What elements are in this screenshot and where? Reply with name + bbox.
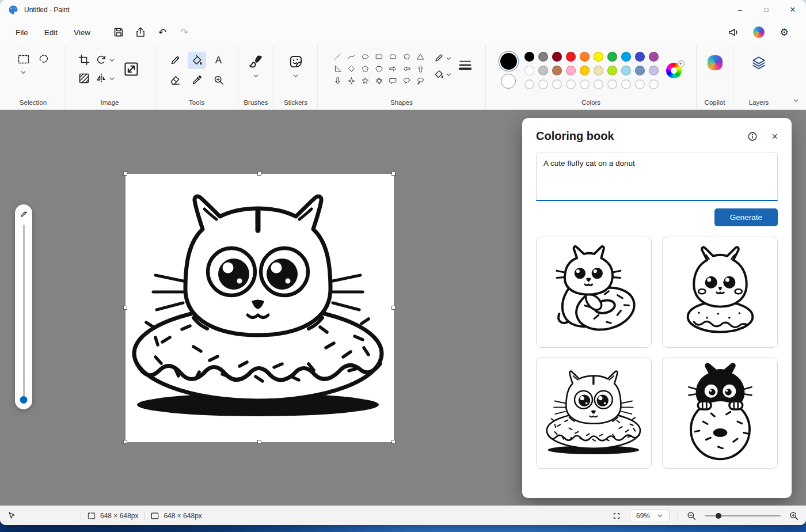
prompt-input[interactable]: A cute fluffy cat on a donut [536, 153, 778, 201]
selection-handle[interactable] [257, 172, 261, 176]
resize-button[interactable] [123, 61, 139, 77]
shape-hexagon-icon[interactable] [372, 63, 386, 75]
shape-four-point-star-icon[interactable] [345, 75, 359, 87]
custom-color-slot[interactable] [594, 79, 603, 89]
shape-line-icon[interactable] [331, 51, 345, 63]
selection-handle[interactable] [391, 172, 396, 176]
thumbnail-black-cat-behind-donut[interactable] [662, 358, 778, 469]
shape-pentagon-icon[interactable] [359, 63, 372, 75]
chevron-down-icon[interactable] [109, 75, 115, 82]
custom-color-slot[interactable] [635, 79, 645, 89]
selection-dropdown-chevron[interactable] [20, 69, 26, 75]
shape-curve-icon[interactable] [345, 51, 359, 63]
ribbon-collapse-button[interactable] [793, 97, 799, 104]
minimize-button[interactable]: – [727, 0, 753, 20]
selection-handle[interactable] [391, 306, 396, 310]
shape-triangle-icon[interactable] [414, 51, 428, 63]
custom-color-slot[interactable] [524, 79, 534, 89]
color-picker-tool-button[interactable] [188, 71, 206, 89]
background-color-swatch[interactable] [501, 74, 516, 89]
color-swatch[interactable] [538, 66, 548, 75]
color-swatch[interactable] [594, 52, 603, 62]
menu-file[interactable]: File [8, 24, 36, 41]
shape-thought-bubble-icon[interactable] [414, 75, 428, 87]
maximize-button[interactable]: □ [753, 0, 780, 20]
transparency-button[interactable] [78, 73, 90, 84]
layers-button[interactable] [751, 55, 766, 70]
shape-diamond-icon[interactable] [345, 63, 359, 75]
save-button[interactable] [108, 23, 129, 41]
color-swatch[interactable] [538, 52, 548, 62]
thumbnail-fluffy-cat-on-donut[interactable] [662, 237, 778, 348]
zoom-slider-thumb[interactable] [716, 513, 721, 519]
custom-color-slot[interactable] [607, 79, 617, 89]
panel-close-button[interactable]: × [771, 131, 778, 142]
menu-view[interactable]: View [66, 24, 98, 41]
selection-handle[interactable] [123, 172, 127, 176]
custom-color-slot[interactable] [621, 79, 631, 89]
color-swatch[interactable] [566, 52, 576, 62]
shape-thickness-button[interactable] [458, 58, 473, 73]
redo-button[interactable]: ↷ [174, 23, 195, 41]
custom-color-slot[interactable] [566, 79, 576, 89]
tool-size-slider-thumb[interactable] [20, 396, 28, 404]
color-swatch[interactable] [607, 66, 617, 75]
share-button[interactable] [130, 23, 151, 41]
flip-button[interactable] [96, 73, 107, 84]
shape-oval-callout-icon[interactable] [400, 75, 414, 87]
crop-button[interactable] [78, 54, 90, 66]
pencil-tool-button[interactable] [166, 52, 184, 69]
selection-handle[interactable] [123, 440, 127, 444]
zoom-in-button[interactable] [789, 511, 799, 521]
zoom-out-button[interactable] [686, 511, 697, 521]
free-form-select-button[interactable] [38, 53, 50, 64]
shape-five-point-star-icon[interactable] [359, 75, 372, 87]
shape-outline-button[interactable] [434, 53, 444, 63]
close-button[interactable]: × [780, 0, 806, 20]
custom-color-slot[interactable] [552, 79, 562, 89]
color-swatch[interactable] [635, 52, 645, 62]
color-swatch[interactable] [607, 52, 617, 62]
color-swatch[interactable] [524, 52, 534, 62]
custom-color-slot[interactable] [649, 79, 659, 89]
copilot-button[interactable] [708, 50, 723, 70]
shape-arrow-left-icon[interactable] [400, 63, 414, 75]
shape-arrow-up-icon[interactable] [414, 63, 428, 75]
color-swatch[interactable] [552, 52, 562, 62]
shape-rectangle-icon[interactable] [372, 51, 386, 63]
color-swatch[interactable] [649, 52, 659, 62]
tool-size-slider[interactable] [23, 225, 25, 402]
chevron-down-icon[interactable] [446, 71, 452, 78]
canvas[interactable] [126, 174, 394, 442]
brushes-button[interactable] [249, 54, 264, 69]
color-swatch[interactable] [621, 52, 631, 62]
shape-fill-button[interactable] [434, 69, 444, 79]
color-swatch[interactable] [594, 66, 603, 75]
color-swatch[interactable] [552, 66, 562, 75]
edit-colors-button[interactable]: + [666, 63, 682, 79]
copilot-badge-button[interactable] [748, 23, 769, 41]
info-button[interactable] [747, 131, 758, 142]
fill-tool-button[interactable] [188, 52, 206, 69]
stickers-button[interactable] [288, 54, 303, 69]
selection-handle[interactable] [257, 440, 261, 444]
fit-to-screen-button[interactable] [611, 511, 622, 521]
shape-polygon-icon[interactable] [400, 51, 414, 63]
magnifier-tool-button[interactable] [210, 71, 228, 89]
thumbnail-cat-in-donut[interactable] [536, 358, 652, 469]
shape-rounded-rectangle-icon[interactable] [386, 51, 400, 63]
eraser-tool-button[interactable] [166, 71, 184, 89]
zoom-dropdown[interactable]: 69% [630, 510, 670, 522]
thumbnail-cat-hugging-donut[interactable] [536, 237, 652, 348]
selection-handle[interactable] [123, 306, 127, 310]
shape-six-point-star-icon[interactable] [372, 75, 386, 87]
color-swatch[interactable] [621, 66, 631, 75]
color-swatch[interactable] [635, 66, 645, 75]
rectangle-select-button[interactable] [17, 53, 30, 66]
text-tool-button[interactable]: A [210, 52, 228, 69]
chevron-down-icon[interactable] [109, 57, 115, 63]
color-swatch[interactable] [580, 66, 590, 75]
foreground-color-swatch[interactable] [500, 53, 517, 70]
shape-oval-icon[interactable] [359, 51, 372, 63]
menu-edit[interactable]: Edit [37, 24, 65, 41]
